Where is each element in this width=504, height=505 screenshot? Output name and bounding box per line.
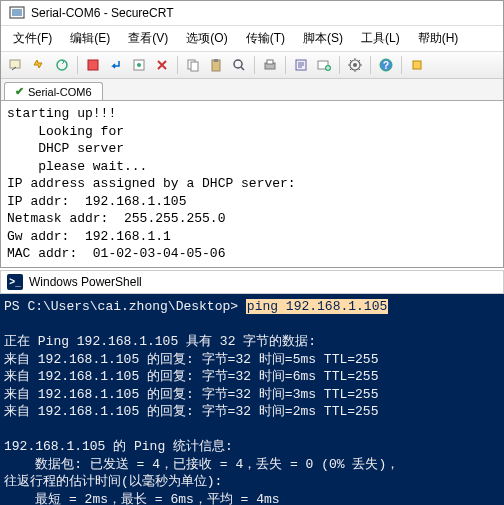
terminal-output[interactable]: starting up!!! Looking for DHCP server p… <box>1 100 503 267</box>
separator <box>370 56 371 74</box>
quick-connect-icon[interactable] <box>29 55 49 75</box>
tab-bar: ✔ Serial-COM6 <box>1 79 503 100</box>
help-icon[interactable]: ? <box>376 55 396 75</box>
options-icon[interactable] <box>129 55 149 75</box>
menu-view[interactable]: 查看(V) <box>120 28 176 49</box>
toolbar-extra-icon[interactable] <box>407 55 427 75</box>
powershell-window: >_ Windows PowerShell PS C:\Users\cai.zh… <box>0 270 504 505</box>
securecrt-window: Serial-COM6 - SecureCRT 文件(F) 编辑(E) 查看(V… <box>0 0 504 268</box>
svg-rect-10 <box>214 59 218 62</box>
menu-options[interactable]: 选项(O) <box>178 28 235 49</box>
svg-rect-21 <box>413 61 421 69</box>
menu-tools[interactable]: 工具(L) <box>353 28 408 49</box>
menu-file[interactable]: 文件(F) <box>5 28 60 49</box>
connect-icon[interactable] <box>6 55 26 75</box>
svg-point-11 <box>234 60 242 68</box>
toolbar: ? <box>1 52 503 79</box>
find-icon[interactable] <box>229 55 249 75</box>
separator <box>339 56 340 74</box>
svg-rect-13 <box>267 60 273 64</box>
disconnect-icon[interactable] <box>83 55 103 75</box>
tab-serial-com6[interactable]: ✔ Serial-COM6 <box>4 82 103 100</box>
settings-icon[interactable] <box>345 55 365 75</box>
new-session-icon[interactable] <box>314 55 334 75</box>
powershell-icon: >_ <box>7 274 23 290</box>
ps-command: ping 192.168.1.105 <box>246 299 388 314</box>
tab-label: Serial-COM6 <box>28 86 92 98</box>
reconnect-icon[interactable] <box>52 55 72 75</box>
menu-transfer[interactable]: 传输(T) <box>238 28 293 49</box>
window-title: Serial-COM6 - SecureCRT <box>31 6 173 20</box>
svg-rect-8 <box>191 62 198 71</box>
print-icon[interactable] <box>260 55 280 75</box>
check-icon: ✔ <box>15 85 24 98</box>
app-icon <box>9 5 25 21</box>
menu-help[interactable]: 帮助(H) <box>410 28 467 49</box>
svg-point-18 <box>353 63 357 67</box>
titlebar[interactable]: Serial-COM6 - SecureCRT <box>1 1 503 26</box>
svg-rect-4 <box>88 60 98 70</box>
svg-point-6 <box>137 63 141 67</box>
svg-text:?: ? <box>383 60 389 71</box>
ps-titlebar[interactable]: >_ Windows PowerShell <box>0 270 504 294</box>
powershell-output[interactable]: PS C:\Users\cai.zhong\Desktop> ping 192.… <box>0 294 504 505</box>
separator <box>285 56 286 74</box>
menu-edit[interactable]: 编辑(E) <box>62 28 118 49</box>
menu-script[interactable]: 脚本(S) <box>295 28 351 49</box>
properties-icon[interactable] <box>291 55 311 75</box>
separator <box>177 56 178 74</box>
copy-icon[interactable] <box>183 55 203 75</box>
menubar: 文件(F) 编辑(E) 查看(V) 选项(O) 传输(T) 脚本(S) 工具(L… <box>1 26 503 52</box>
svg-rect-2 <box>10 60 20 68</box>
svg-rect-1 <box>12 9 22 16</box>
separator <box>254 56 255 74</box>
ps-window-title: Windows PowerShell <box>29 275 142 289</box>
cancel-icon[interactable] <box>152 55 172 75</box>
separator <box>401 56 402 74</box>
enter-icon[interactable] <box>106 55 126 75</box>
paste-icon[interactable] <box>206 55 226 75</box>
separator <box>77 56 78 74</box>
svg-point-3 <box>57 60 67 70</box>
